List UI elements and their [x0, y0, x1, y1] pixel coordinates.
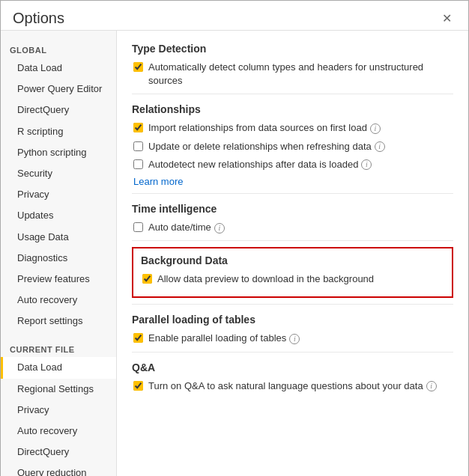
- checkbox-2-0[interactable]: [133, 222, 143, 232]
- options-dialog: Options ✕ GLOBAL Data LoadPower Query Ed…: [0, 0, 469, 476]
- checkbox-row-1-1: Update or delete relationships when refr…: [132, 140, 453, 153]
- sidebar-global-item-7[interactable]: Updates: [1, 205, 116, 226]
- checkbox-row-0-0: Automatically detect column types and he…: [132, 61, 453, 88]
- sidebar-current-item-0[interactable]: Data Load: [1, 357, 116, 378]
- dialog-title: Options: [13, 10, 64, 27]
- sidebar-global-item-1[interactable]: Power Query Editor: [1, 79, 116, 100]
- checkbox-label-4-0: Enable parallel loading of tablesi: [148, 332, 300, 345]
- info-icon-1-0[interactable]: i: [370, 123, 381, 134]
- checkbox-0-0[interactable]: [133, 62, 143, 72]
- sidebar-global-item-6[interactable]: Privacy: [1, 184, 116, 205]
- sidebar-global-item-2[interactable]: DirectQuery: [1, 100, 116, 120]
- dialog-header: Options ✕: [1, 1, 468, 30]
- sidebar-global-item-8[interactable]: Usage Data: [1, 227, 116, 248]
- sidebar-global-item-3[interactable]: R scripting: [1, 121, 116, 142]
- sidebar-global-item-10[interactable]: Preview features: [1, 269, 116, 290]
- close-button[interactable]: ✕: [438, 11, 456, 26]
- section-title-2: Time intelligence: [132, 203, 453, 215]
- checkbox-row-3-0: Allow data preview to download in the ba…: [141, 272, 444, 286]
- checkbox-label-3-0: Allow data preview to download in the ba…: [157, 272, 374, 286]
- global-section-label: GLOBAL: [1, 40, 116, 58]
- section-title-5: Q&A: [132, 361, 453, 373]
- section-title-3: Background Data: [141, 254, 444, 266]
- checkbox-3-0[interactable]: [142, 274, 152, 284]
- checkbox-label-2-0: Auto date/timei: [148, 221, 225, 234]
- checkbox-row-4-0: Enable parallel loading of tablesi: [132, 332, 453, 345]
- main-content: Type DetectionAutomatically detect colum…: [117, 31, 468, 476]
- info-icon-1-2[interactable]: i: [361, 159, 372, 170]
- checkbox-label-0-0: Automatically detect column types and he…: [148, 61, 453, 88]
- checkbox-label-1-1: Update or delete relationships when refr…: [148, 140, 385, 153]
- sidebar-current-item-4[interactable]: DirectQuery: [1, 442, 116, 463]
- info-icon-5-0[interactable]: i: [426, 381, 437, 391]
- sidebar-current-item-2[interactable]: Privacy: [1, 400, 116, 421]
- checkbox-label-1-2: Autodetect new relationships after data …: [148, 158, 372, 171]
- checkbox-label-5-0: Turn on Q&A to ask natural language ques…: [148, 379, 437, 393]
- info-icon-2-0[interactable]: i: [214, 223, 225, 234]
- sidebar-global-item-12[interactable]: Report settings: [1, 311, 116, 332]
- sidebar: GLOBAL Data LoadPower Query EditorDirect…: [1, 31, 117, 476]
- info-icon-1-1[interactable]: i: [375, 141, 385, 152]
- dialog-body: GLOBAL Data LoadPower Query EditorDirect…: [1, 30, 468, 476]
- checkbox-1-2[interactable]: [133, 159, 143, 169]
- checkbox-row-1-0: Import relationships from data sources o…: [132, 121, 453, 135]
- section-title-4: Parallel loading of tables: [132, 314, 453, 326]
- checkbox-label-1-0: Import relationships from data sources o…: [148, 121, 381, 135]
- sidebar-current-item-3[interactable]: Auto recovery: [1, 421, 116, 442]
- background-data-box: Background DataAllow data preview to dow…: [132, 247, 453, 298]
- checkbox-4-0[interactable]: [133, 333, 143, 343]
- sidebar-current-item-1[interactable]: Regional Settings: [1, 379, 116, 400]
- section-title-0: Type Detection: [132, 43, 453, 55]
- checkbox-row-5-0: Turn on Q&A to ask natural language ques…: [132, 379, 453, 393]
- section-title-1: Relationships: [132, 103, 453, 115]
- learn-more-link[interactable]: Learn more: [132, 176, 453, 187]
- checkbox-5-0[interactable]: [133, 381, 143, 391]
- checkbox-1-0[interactable]: [133, 123, 143, 132]
- sidebar-current-item-5[interactable]: Query reduction: [1, 463, 116, 476]
- info-icon-4-0[interactable]: i: [289, 334, 300, 344]
- current-file-section-label: CURRENT FILE: [1, 339, 116, 357]
- sidebar-global-item-5[interactable]: Security: [1, 163, 116, 184]
- checkbox-row-1-2: Autodetect new relationships after data …: [132, 158, 453, 171]
- sidebar-global-item-4[interactable]: Python scripting: [1, 142, 116, 163]
- sidebar-global-item-9[interactable]: Diagnostics: [1, 248, 116, 269]
- checkbox-1-1[interactable]: [133, 141, 143, 151]
- sidebar-global-item-0[interactable]: Data Load: [1, 58, 116, 79]
- checkbox-row-2-0: Auto date/timei: [132, 221, 453, 234]
- sidebar-global-item-11[interactable]: Auto recovery: [1, 290, 116, 311]
